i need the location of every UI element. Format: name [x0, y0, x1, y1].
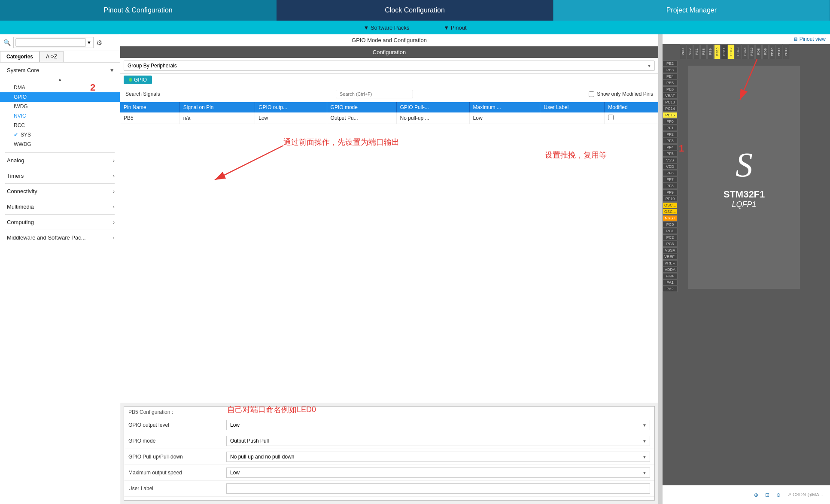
search-signals-input[interactable]	[336, 90, 413, 98]
chevron-right-icon: ›	[113, 203, 115, 210]
config-label-mode: GPIO mode	[128, 438, 223, 444]
sidebar-section-header-timers[interactable]: Timers ›	[0, 170, 120, 182]
top-pins: VDD VS2 PE1 PB8 PB9 PB10 PB11 PB12 PB13 …	[680, 44, 789, 59]
col-signal: Signal on Pin	[179, 102, 255, 112]
status-dot	[129, 78, 132, 82]
fit-button[interactable]: ⊡	[765, 492, 769, 498]
sidebar-section-header-computing[interactable]: Computing ›	[0, 216, 120, 228]
modified-checkbox[interactable]	[608, 115, 614, 120]
pin-pc2: PC2	[663, 234, 678, 240]
pinout-view-label: Pinout view	[800, 36, 826, 42]
scrollbar[interactable]	[658, 34, 663, 504]
tab-a-to-z[interactable]: A->Z	[40, 51, 64, 62]
search-dropdown[interactable]: ▼	[13, 37, 94, 48]
sidebar-section-header-system-core[interactable]: System Core ▼	[0, 64, 120, 76]
config-row-mode: GPIO mode Output Push Pull	[124, 433, 654, 449]
show-modified-label[interactable]: Show only Modified Pins	[589, 91, 653, 97]
pb5-config-title: PB5 Configuration :	[124, 407, 654, 417]
pin-top-pb10: PB10	[714, 44, 721, 59]
gpio-pull-select[interactable]: No pull-up and no pull-down	[226, 452, 650, 462]
sidebar-item-wwdg[interactable]: WWDG	[0, 140, 120, 149]
pin-top-pb8: PB8	[700, 44, 707, 59]
group-by-bar: Group By Peripherals	[120, 58, 658, 74]
table-header-row: Pin Name Signal on Pin GPIO outp... GPIO…	[120, 102, 658, 112]
cell-user-label	[540, 112, 605, 124]
sub-navigation: ▼ Software Packs ▼ Pinout	[0, 21, 830, 34]
sort-icon[interactable]: ▲	[0, 76, 120, 83]
svg-line-1	[215, 146, 283, 180]
tab-clock-configuration[interactable]: Clock Configuration	[277, 0, 553, 21]
gpio-mode-select[interactable]: Output Push Pull	[226, 436, 650, 446]
search-input[interactable]	[15, 38, 86, 47]
annotation-area: 通过前面操作，先设置为端口输出 设置推挽，复用等	[120, 124, 658, 403]
group-by-select[interactable]: Group By Peripherals	[124, 61, 655, 71]
left-pins: PE2 PE3 PE4 PE5 PE6 VBAT PC13 PC14 PE15 …	[663, 61, 678, 292]
gpio-max-speed-select[interactable]: Low	[226, 468, 650, 478]
chip-icon: 🖥	[793, 36, 798, 42]
cell-signal: n/a	[179, 112, 255, 124]
config-row-pull: GPIO Pull-up/Pull-down No pull-up and no…	[124, 449, 654, 465]
tab-project-manager[interactable]: Project Manager	[553, 0, 830, 21]
sub-nav-pinout[interactable]: ▼ Pinout	[444, 24, 466, 31]
col-output: GPIO outp...	[255, 102, 327, 112]
sidebar-search-row: 🔍 ▼ ⚙	[0, 34, 120, 51]
chip-package: LQFP1	[732, 200, 756, 209]
gear-icon[interactable]: ⚙	[96, 39, 102, 47]
pin-pf3: PF3	[663, 138, 678, 144]
sidebar-item-iwdg[interactable]: IWDG	[0, 102, 120, 111]
sidebar: 🔍 ▼ ⚙ Categories A->Z System Core ▼	[0, 34, 120, 504]
sidebar-section-header-connectivity[interactable]: Connectivity ›	[0, 185, 120, 197]
pin-top-pb9: PB9	[707, 44, 714, 59]
col-label: User Label	[540, 102, 605, 112]
sub-nav-software-packs[interactable]: ▼ Software Packs	[363, 24, 409, 31]
pin-top-pd10: PD10	[769, 44, 775, 59]
chevron-right-icon: ›	[113, 219, 115, 225]
pin-top-pd11: PD11	[776, 44, 782, 59]
pin-pe6: PE6	[663, 86, 678, 92]
sidebar-item-sys[interactable]: ✔ SYS	[0, 130, 120, 140]
csdn-link-button[interactable]: ↗ CSDN @MA...	[787, 492, 823, 498]
pin-pc1: PC1	[663, 228, 678, 234]
user-label-input[interactable]	[226, 483, 650, 494]
sidebar-section-header-analog[interactable]: Analog ›	[0, 155, 120, 166]
pin-pf8: PF8	[663, 183, 678, 189]
main-layout: 🔍 ▼ ⚙ Categories A->Z System Core ▼	[0, 34, 830, 504]
sidebar-content: System Core ▼ ▲ DMA GPIO IWDG NVIC	[0, 63, 120, 504]
sidebar-item-dma[interactable]: DMA	[0, 83, 120, 92]
show-modified-checkbox[interactable]	[589, 91, 594, 97]
search-signals-label: Search Signals	[125, 91, 160, 97]
pin-top-pd8: PD8	[755, 44, 762, 59]
sidebar-item-nvic[interactable]: NVIC	[0, 111, 120, 121]
sidebar-tabs: Categories A->Z	[0, 51, 120, 63]
system-core-items: DMA GPIO IWDG NVIC RCC ✔	[0, 83, 120, 151]
gpio-output-level-select[interactable]: Low	[226, 420, 650, 430]
sidebar-section-multimedia: Multimedia ›	[0, 199, 120, 214]
tab-categories[interactable]: Categories	[0, 51, 40, 62]
annotation-text-2: 设置推挽，复用等	[545, 150, 607, 160]
sidebar-section-header-multimedia[interactable]: Multimedia ›	[0, 201, 120, 213]
pin-pe15: PE15	[663, 112, 678, 118]
sidebar-section-header-middleware[interactable]: Middleware and Software Pac... ›	[0, 232, 120, 243]
sidebar-item-rcc[interactable]: RCC	[0, 121, 120, 130]
chevron-right-icon: ›	[113, 188, 115, 194]
pin-top-vs2: VS2	[687, 44, 693, 59]
config-label-output-level: GPIO output level	[128, 422, 223, 428]
pin-pf10: PF10	[663, 196, 678, 202]
gpio-tab[interactable]: GPIO	[124, 76, 152, 84]
arrow-svg-1	[163, 124, 335, 193]
pin-top-pd9: PD9	[762, 44, 769, 59]
table-row[interactable]: PB5 n/a Low Output Pu... No pull-up ... …	[120, 112, 658, 124]
zoom-out-button[interactable]: ⊖	[776, 492, 781, 498]
pin-pc0: PC0	[663, 222, 678, 228]
sidebar-item-gpio[interactable]: GPIO	[0, 92, 120, 102]
pin-nrst: NRST	[663, 215, 678, 221]
pin-pe5: PE5	[663, 80, 678, 86]
check-icon: ✔	[14, 132, 18, 138]
pin-vdda: VDDA	[663, 267, 678, 273]
col-mode: GPIO mode	[327, 102, 396, 112]
config-select-wrapper-max-speed: Low	[226, 468, 650, 478]
zoom-in-button[interactable]: ⊕	[754, 492, 758, 498]
tab-pinout-configuration[interactable]: Pinout & Configuration	[0, 0, 277, 21]
config-row-user-label: User Label	[124, 481, 654, 497]
gpio-table: Pin Name Signal on Pin GPIO outp... GPIO…	[120, 102, 658, 124]
